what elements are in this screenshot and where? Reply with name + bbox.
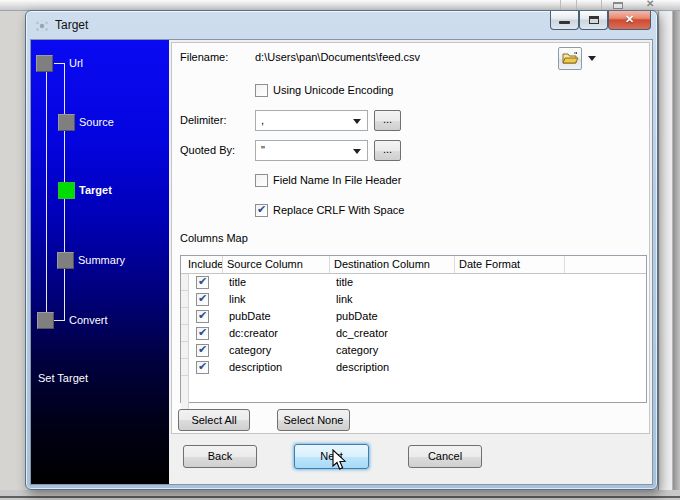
header-destination-column[interactable]: Destination Column [330,256,455,273]
columns-map-grid: Include Source Column Destination Column… [180,255,647,403]
table-row: link link [181,291,646,308]
unicode-encoding-label: Using Unicode Encoding [273,84,393,96]
maximize-icon [589,16,599,24]
step-label-url: Url [69,57,83,69]
include-checkbox[interactable] [196,361,209,374]
step-label-target: Target [79,184,112,196]
row-selector[interactable] [181,342,189,359]
source-column-cell: category [223,342,330,359]
source-column-cell: link [223,291,330,308]
parent-close-icon[interactable]: ✕ [646,0,654,9]
tree-line-url [54,63,65,64]
step-box-source[interactable] [58,114,75,131]
step-box-url[interactable] [36,55,53,72]
grid-body: title title link link [181,274,646,376]
destination-column-cell: description [330,359,455,376]
table-row: dc:creator dc_creator [181,325,646,342]
delimiter-label: Delimiter: [180,114,226,126]
header-source-column[interactable]: Source Column [223,256,330,273]
app-icon [35,19,49,33]
step-label-summary: Summary [78,254,125,266]
select-all-button[interactable]: Select All [178,409,250,431]
field-name-header-label: Field Name In File Header [273,174,401,186]
delimiter-dropdown-arrow[interactable] [353,119,361,124]
date-format-cell [455,325,565,342]
parent-scrollbar[interactable] [660,11,673,490]
source-column-cell: title [223,274,330,291]
parent-window-bottom-edge [0,490,680,500]
maximize-button[interactable] [579,11,608,30]
header-date-format[interactable]: Date Format [455,256,565,273]
row-selector[interactable] [181,325,189,342]
sidebar-status-text: Set Target [38,372,88,384]
include-checkbox[interactable] [196,276,209,289]
cancel-button[interactable]: Cancel [408,445,482,468]
quoted-by-dropdown-arrow[interactable] [353,149,361,154]
field-name-header-checkbox[interactable] [255,174,268,187]
source-column-cell: description [223,359,330,376]
row-selector[interactable] [181,308,189,325]
step-box-summary[interactable] [57,252,74,269]
back-button[interactable]: Back [183,445,257,468]
delimiter-browse-button[interactable]: ... [374,110,401,131]
browse-file-button[interactable] [558,47,582,70]
folder-open-icon [562,52,579,65]
close-button[interactable]: ✕ [608,11,651,30]
source-column-cell: pubDate [223,308,330,325]
filename-dropdown-arrow[interactable] [588,56,596,61]
date-format-cell [455,308,565,325]
dialog-titlebar[interactable]: Target ✕ [26,11,657,39]
table-row: pubDate pubDate [181,308,646,325]
include-checkbox[interactable] [196,344,209,357]
replace-crlf-checkbox[interactable] [255,204,268,217]
quoted-by-combobox[interactable]: " [255,140,368,161]
step-box-convert[interactable] [37,312,54,329]
select-none-button[interactable]: Select None [277,409,350,431]
row-selector[interactable] [181,274,189,291]
destination-column-cell: link [330,291,455,308]
table-row: category category [181,342,646,359]
table-row: description description [181,359,646,376]
source-column-cell: dc:creator [223,325,330,342]
destination-column-cell: pubDate [330,308,455,325]
date-format-cell [455,274,565,291]
quoted-by-value: " [261,144,265,156]
delimiter-combobox[interactable]: , [255,110,368,131]
quoted-by-browse-button[interactable]: ... [374,140,401,161]
header-include[interactable]: Include [181,256,223,273]
step-label-source: Source [79,116,114,128]
step-label-convert: Convert [69,314,108,326]
delimiter-value: , [261,114,264,126]
tree-line-left [46,72,47,312]
include-checkbox[interactable] [196,310,209,323]
minimize-icon [559,21,570,24]
columns-map-title: Columns Map [180,232,248,244]
parent-window-right-edge [658,11,680,490]
date-format-cell [455,342,565,359]
date-format-cell [455,291,565,308]
quoted-by-label: Quoted By: [180,144,235,156]
include-checkbox[interactable] [196,327,209,340]
content-panel: Filename: d:\Users\pan\Documents\feed.cs… [171,42,650,434]
replace-crlf-label: Replace CRLF With Space [273,204,404,216]
destination-column-cell: title [330,274,455,291]
screen: ✕ Target ✕ [0,0,680,500]
dialog-client-area: Url Source Target Summary Convert Set Ta… [30,39,653,485]
row-selector[interactable] [181,359,189,376]
destination-column-cell: category [330,342,455,359]
include-checkbox[interactable] [196,293,209,306]
target-dialog: Target ✕ Url Source Target Summary [25,10,658,490]
grid-header-row: Include Source Column Destination Column… [181,256,646,274]
close-icon: ✕ [609,13,650,26]
filename-label: Filename: [180,51,228,63]
next-button[interactable]: Next [294,444,369,469]
filename-field[interactable]: d:\Users\pan\Documents\feed.csv [255,51,420,63]
row-selector[interactable] [181,291,189,308]
unicode-encoding-checkbox[interactable] [255,84,268,97]
step-box-target[interactable] [58,182,75,199]
minimize-button[interactable] [550,11,579,30]
dialog-title: Target [55,18,88,32]
wizard-sidebar: Url Source Target Summary Convert Set Ta… [31,40,169,484]
parent-maximize-icon[interactable] [613,2,623,9]
date-format-cell [455,359,565,376]
